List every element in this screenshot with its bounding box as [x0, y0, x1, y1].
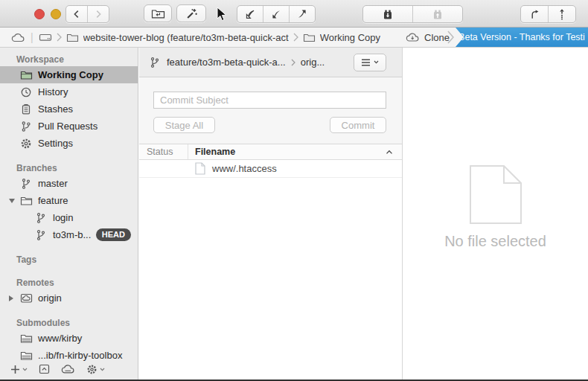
working-copy-folder-icon	[20, 70, 33, 80]
sync-controls	[237, 5, 316, 23]
gear-icon	[20, 138, 33, 150]
submodule-folder-icon	[20, 333, 33, 344]
sidebar-item-label: to3m-b...	[53, 229, 91, 240]
settings-menu-button[interactable]	[86, 364, 105, 375]
section-title-remotes: Remotes	[0, 276, 138, 289]
minimize-window-button[interactable]	[51, 9, 61, 19]
pull-button[interactable]	[263, 6, 289, 22]
panel-chevron-icon	[39, 364, 50, 374]
clone-crumb-label: Clone	[424, 32, 450, 43]
close-window-button[interactable]	[34, 9, 45, 19]
fetch-button[interactable]	[237, 6, 263, 22]
branch-icon	[35, 229, 48, 241]
breadcrumb-working-copy[interactable]: Working Copy	[303, 32, 380, 43]
column-header-status[interactable]: Status	[139, 144, 188, 159]
sidebar-section-branches: Branches master feature log	[0, 161, 138, 243]
repo-breadcrumb-label: website-tower-blog (feature/to3m-beta-qu…	[83, 32, 289, 43]
sidebar-item-label: feature	[38, 195, 68, 206]
apply-stash-button[interactable]	[412, 6, 462, 22]
branch-icon	[20, 178, 33, 190]
chevron-separator-icon	[293, 33, 298, 42]
sidebar-item-branch-to3m[interactable]: to3m-b... HEAD	[0, 226, 138, 243]
open-panel-button[interactable]	[39, 364, 50, 374]
section-title-branches: Branches	[0, 161, 138, 175]
tracking-remote-label[interactable]: orig...	[301, 57, 325, 68]
head-badge: HEAD	[96, 228, 131, 241]
sidebar-item-branch-folder-feature[interactable]: feature	[0, 192, 138, 209]
sidebar-section-tags: Tags	[0, 253, 138, 266]
sidebar-item-label: Settings	[38, 138, 73, 149]
file-name-label: www/.htaccess	[212, 163, 277, 174]
view-options-button[interactable]	[354, 54, 386, 71]
cloud-services-button[interactable]	[61, 364, 75, 374]
breadcrumb-repo[interactable]: website-tower-blog (feature/to3m-beta-qu…	[66, 32, 289, 43]
current-branch-label[interactable]: feature/to3m-beta-quick-a...	[167, 57, 286, 68]
sidebar-item-history[interactable]: History	[0, 83, 138, 100]
file-row-htaccess[interactable]: www/.htaccess	[139, 160, 402, 178]
tower-window: | website-tower-blog (feature/to3m-beta-…	[0, 0, 588, 381]
sidebar-item-stashes[interactable]: Stashes	[0, 100, 138, 118]
quick-actions-button[interactable]	[176, 4, 206, 22]
sidebar-bottom-toolbar	[0, 359, 138, 380]
beta-version-banner[interactable]: Beta Version - Thanks for Testi	[456, 28, 588, 47]
hard-drive-icon[interactable]	[39, 32, 52, 42]
folder-reveal-icon	[151, 8, 165, 19]
folder-icon	[66, 33, 79, 42]
merge-branch-icon	[529, 8, 540, 20]
folder-icon	[303, 33, 316, 42]
commit-button[interactable]: Commit	[330, 117, 386, 133]
sidebar-item-label: www/kirby	[38, 333, 82, 344]
breadcrumb-clone[interactable]: Clone	[406, 32, 450, 43]
sidebar-item-label: Working Copy	[38, 69, 103, 80]
rebase-button[interactable]	[548, 6, 575, 22]
document-icon	[195, 162, 205, 175]
sidebar-section-workspace: Workspace Working Copy History	[0, 53, 138, 152]
merge-button[interactable]	[521, 6, 548, 22]
toolbar	[0, 0, 588, 28]
rebase-arrow-icon	[557, 8, 567, 20]
sidebar-item-submodule-kirby[interactable]: www/kirby	[0, 330, 138, 347]
cloud-download-icon	[406, 32, 420, 42]
back-button[interactable]	[66, 6, 87, 22]
sidebar-item-label: Stashes	[38, 103, 73, 115]
stage-all-button[interactable]: Stage All	[153, 117, 215, 133]
sidebar-item-working-copy[interactable]: Working Copy	[0, 66, 138, 83]
sidebar-item-branch-login[interactable]: login	[0, 209, 138, 226]
forward-button[interactable]	[87, 6, 109, 22]
sidebar-item-remote-origin[interactable]: origin	[0, 289, 138, 307]
disclosure-triangle-icon[interactable]	[9, 295, 13, 301]
open-in-finder-button[interactable]	[144, 4, 172, 22]
add-repository-button[interactable]	[10, 365, 28, 374]
remote-cloud-folder-icon	[20, 292, 33, 304]
chevron-right-icon	[93, 9, 103, 19]
push-button[interactable]	[289, 6, 315, 22]
disclosure-triangle-icon[interactable]	[9, 199, 15, 203]
file-table-header: Status Filename	[139, 144, 402, 160]
pull-arrow-icon	[270, 8, 282, 20]
file-detail-panel: No file selected	[402, 48, 588, 380]
sidebar-item-label: master	[38, 178, 68, 189]
plus-icon	[10, 365, 20, 374]
sidebar-item-pull-requests[interactable]: Pull Requests	[0, 118, 138, 135]
branch-icon	[35, 212, 48, 224]
working-copy-crumb-label: Working Copy	[320, 32, 380, 43]
branch-icon	[149, 57, 161, 68]
fetch-arrow-icon	[244, 8, 256, 20]
column-header-filename[interactable]: Filename	[188, 144, 402, 159]
cloud-service-icon[interactable]	[11, 33, 25, 42]
section-title-submodules: Submodules	[0, 316, 138, 330]
empty-document-icon	[470, 165, 522, 224]
hamburger-icon	[361, 59, 371, 66]
repo-navigation-bar: | website-tower-blog (feature/to3m-beta-…	[0, 28, 588, 48]
save-stash-button[interactable]	[363, 6, 412, 22]
sidebar-item-settings[interactable]: Settings	[0, 135, 138, 152]
gear-icon	[86, 364, 98, 375]
commit-subject-input[interactable]	[153, 92, 386, 109]
cloud-icon	[61, 364, 75, 374]
stash-apply-icon	[432, 9, 444, 20]
sidebar-item-branch-master[interactable]: master	[0, 175, 138, 192]
stash-list-icon	[20, 103, 33, 115]
working-copy-panel: feature/to3m-beta-quick-a... orig... Sta…	[139, 48, 402, 380]
banner-label: Beta Version - Thanks for Testi	[458, 32, 585, 42]
sidebar-item-label: History	[38, 86, 68, 97]
